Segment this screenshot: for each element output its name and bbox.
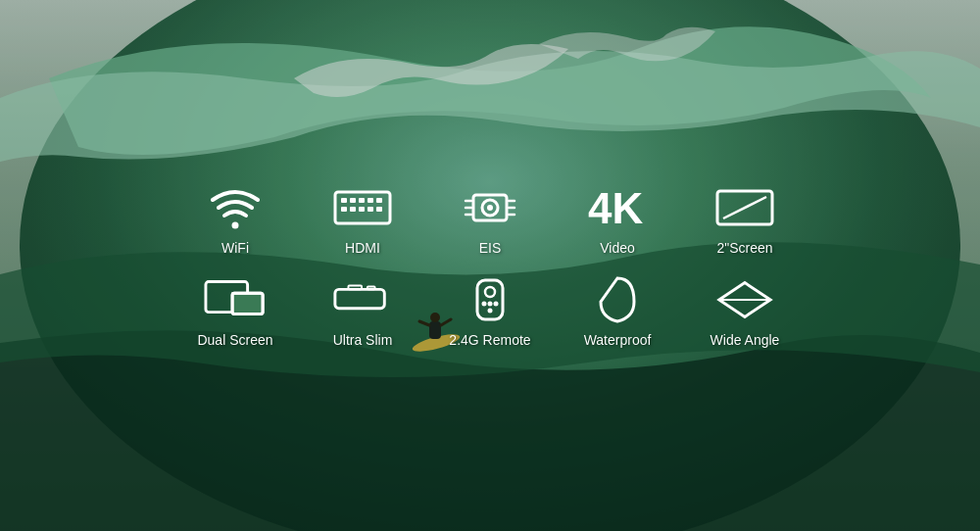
remote-icon [459,275,521,324]
svg-rect-13 [368,198,373,203]
svg-rect-37 [368,286,375,289]
wide-angle-icon [713,275,776,324]
remote-label: 2.4G Remote [449,332,530,348]
ultra-slim-icon [331,275,394,324]
screen2-icon [713,183,776,232]
svg-rect-14 [341,207,347,212]
features-overlay: WiFi [0,0,980,531]
hdmi-label: HDMI [345,240,380,256]
4k-label: Video [600,240,635,256]
ultra-slim-feature: Ultra Slim [318,275,407,348]
svg-rect-36 [348,285,362,289]
wide-angle-label: Wide Angle [710,332,780,348]
screen2-feature: 2"Screen [701,183,789,256]
ultra-slim-label: Ultra Slim [333,332,393,348]
wifi-label: WiFi [221,240,249,256]
dual-screen-icon [204,275,267,324]
svg-point-42 [494,302,499,307]
svg-rect-16 [359,207,365,212]
svg-rect-19 [376,198,382,203]
features-row-1: WiFi [191,183,789,256]
svg-rect-12 [359,198,365,203]
hdmi-icon [331,183,394,232]
eis-icon [459,183,521,232]
waterproof-label: Waterproof [584,332,652,348]
svg-rect-35 [335,289,384,308]
eis-feature: EIS [446,183,534,256]
svg-rect-17 [368,207,373,212]
remote-feature: 2.4G Remote [446,275,534,348]
svg-point-43 [488,309,493,314]
features-row-2: Dual Screen Ultra Slim [191,275,789,348]
dual-screen-label: Dual Screen [197,332,272,348]
wide-angle-feature: Wide Angle [701,275,789,348]
svg-point-22 [487,205,493,211]
dual-screen-feature: Dual Screen [191,275,279,348]
svg-rect-11 [350,198,356,203]
svg-point-40 [482,302,487,307]
4k-icon: 4K [586,183,649,232]
svg-rect-10 [341,198,347,203]
wifi-feature: WiFi [191,183,279,256]
screen2-label: 2"Screen [716,240,772,256]
hdmi-feature: HDMI [318,183,407,256]
svg-rect-33 [232,293,263,314]
svg-point-39 [485,287,495,297]
svg-point-8 [232,222,239,229]
waterproof-icon [586,275,649,324]
svg-line-31 [723,197,766,218]
svg-rect-18 [376,207,382,212]
svg-text:4K: 4K [588,184,643,231]
page-background: WiFi [0,0,980,531]
4k-feature: 4K Video [573,183,662,256]
svg-point-41 [488,302,493,307]
wifi-icon [204,183,267,232]
waterproof-feature: Waterproof [573,275,662,348]
eis-label: EIS [479,240,502,256]
svg-rect-15 [350,207,356,212]
